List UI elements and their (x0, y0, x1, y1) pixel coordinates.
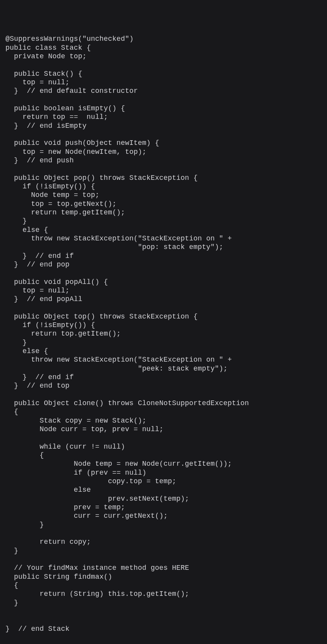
code-block: @SuppressWarnings("unchecked") public cl… (5, 35, 322, 633)
